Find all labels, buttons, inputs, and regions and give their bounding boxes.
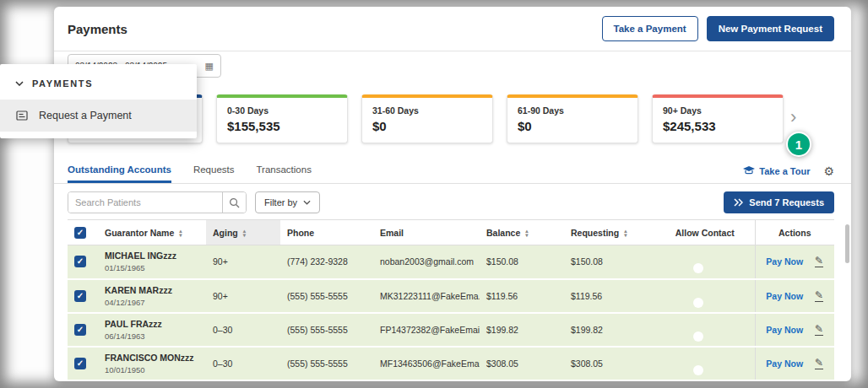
- aging-card-90-plus[interactable]: 90+ Days $245,533: [652, 94, 784, 143]
- header-divider: [54, 51, 851, 51]
- row-checkbox[interactable]: [74, 358, 86, 369]
- phone-value: (555) 555-5555: [280, 347, 373, 380]
- header-actions: Take a Payment New Payment Request: [602, 16, 834, 41]
- accounts-table: Guarantor Name▴▾ Aging▴▾ Phone Email Bal…: [68, 219, 834, 381]
- table-row: MICHAEL INGzzz01/15/1965 90+ (774) 232-9…: [68, 245, 834, 279]
- tabs-row: Outstanding Accounts Requests Transactio…: [54, 159, 851, 184]
- payments-menu-title: PAYMENTS: [32, 78, 93, 89]
- requesting-value: $150.08: [564, 245, 655, 279]
- send-requests-label: Send 7 Requests: [749, 197, 824, 207]
- phone-value: (555) 555-5555: [280, 313, 373, 347]
- aging-card-61-90[interactable]: 61-90 Days $0: [507, 94, 638, 143]
- row-checkbox[interactable]: [74, 324, 86, 336]
- aging-card-amount: $245,533: [663, 119, 773, 133]
- table-row: KAREN MARzzz04/12/1967 90+ (555) 555-555…: [68, 279, 834, 313]
- guarantor-dob: 06/14/1963: [105, 331, 199, 341]
- cards-next-chevron-icon[interactable]: ›: [790, 108, 796, 127]
- tab-transactions[interactable]: Transactions: [256, 159, 311, 183]
- payments-menu-header[interactable]: PAYMENTS: [0, 64, 197, 100]
- tabs: Outstanding Accounts Requests Transactio…: [68, 159, 312, 183]
- col-actions: Actions: [778, 228, 811, 238]
- guarantor-name: KAREN MARzzz: [105, 285, 199, 295]
- search-input[interactable]: [68, 192, 222, 213]
- aging-card-label: 31-60 Days: [372, 105, 482, 116]
- menu-item-label: Request a Payment: [39, 110, 132, 121]
- chevron-down-icon: [303, 200, 311, 205]
- edit-pencil-icon[interactable]: ✎: [815, 358, 823, 369]
- col-email: Email: [380, 228, 404, 238]
- pay-now-link[interactable]: Pay Now: [766, 325, 803, 335]
- aging-card-0-30[interactable]: 0-30 Days $155,535: [216, 94, 348, 143]
- table-row: FRANCISCO MONzzz10/01/1950 0–30 (555) 55…: [68, 347, 834, 380]
- edit-pencil-icon[interactable]: ✎: [815, 290, 823, 302]
- panel-header: Payments Take a Payment New Payment Requ…: [68, 7, 834, 51]
- step-badge: 1: [786, 132, 811, 157]
- edit-pencil-icon[interactable]: ✎: [815, 324, 823, 336]
- guarantor-dob: 10/01/1950: [105, 365, 199, 375]
- email-value: FP14372382@FakeEmail...: [373, 313, 480, 347]
- take-a-payment-button[interactable]: Take a Payment: [602, 16, 698, 41]
- aging-card-label: 90+ Days: [663, 105, 773, 116]
- aging-value: 90+: [206, 279, 280, 313]
- scrollbar-thumb[interactable]: [845, 224, 849, 263]
- row-checkbox[interactable]: [74, 256, 86, 267]
- aging-value: 0–30: [206, 347, 280, 380]
- balance-value: $199.82: [480, 313, 564, 347]
- menu-item-request-a-payment[interactable]: Request a Payment: [0, 100, 197, 132]
- col-aging: Aging: [213, 228, 238, 238]
- aging-card-amount: $0: [372, 119, 482, 133]
- request-payment-icon: [15, 109, 29, 122]
- tour-cap-icon: [743, 166, 755, 175]
- search-icon[interactable]: [222, 192, 246, 213]
- guarantor-name: PAUL FRAzzz: [105, 319, 199, 329]
- requesting-value: $308.05: [564, 347, 655, 380]
- pay-now-link[interactable]: Pay Now: [766, 358, 803, 369]
- guarantor-dob: 01/15/1965: [105, 263, 199, 272]
- payments-menu-popover: PAYMENTS Request a Payment: [0, 64, 197, 138]
- chevron-down-icon: [15, 81, 24, 86]
- phone-value: (555) 555-5555: [280, 279, 373, 313]
- aging-card-label: 61-90 Days: [518, 105, 627, 116]
- sort-icon[interactable]: ▴▾: [179, 229, 182, 237]
- settings-gear-icon[interactable]: ⚙: [823, 165, 834, 177]
- calendar-icon: ▦: [205, 61, 214, 72]
- row-checkbox[interactable]: [74, 290, 86, 302]
- guarantor-dob: 04/12/1967: [105, 298, 199, 307]
- tab-outstanding-accounts[interactable]: Outstanding Accounts: [68, 159, 171, 183]
- new-payment-request-button[interactable]: New Payment Request: [707, 16, 834, 41]
- send-requests-button[interactable]: Send 7 Requests: [724, 191, 834, 213]
- take-a-tour-label: Take a Tour: [759, 166, 810, 176]
- sort-icon[interactable]: ▴▾: [525, 229, 528, 237]
- aging-card-amount: $155,535: [227, 119, 337, 133]
- filter-by-button[interactable]: Filter by: [255, 191, 320, 213]
- tab-requests[interactable]: Requests: [193, 159, 235, 183]
- sort-icon[interactable]: ▴▾: [243, 229, 246, 237]
- col-phone: Phone: [287, 228, 314, 238]
- send-icon: [734, 198, 743, 207]
- email-value: MK31223111@FakeEma...: [373, 279, 480, 313]
- select-all-checkbox[interactable]: [74, 227, 86, 239]
- col-requesting: Requesting: [571, 228, 619, 238]
- aging-card-label: 0-30 Days: [227, 105, 337, 116]
- aging-value: 90+: [206, 245, 280, 279]
- balance-value: $119.56: [480, 279, 564, 313]
- requesting-value: $199.82: [564, 313, 655, 347]
- col-balance: Balance: [486, 228, 520, 238]
- table-row: PAUL FRAzzz06/14/1963 0–30 (555) 555-555…: [68, 313, 834, 347]
- page-title: Payments: [68, 22, 127, 36]
- pay-now-link[interactable]: Pay Now: [766, 256, 803, 267]
- payments-panel: Payments Take a Payment New Payment Requ…: [54, 7, 851, 381]
- filter-by-label: Filter by: [264, 197, 297, 207]
- sort-icon[interactable]: ▴▾: [624, 229, 627, 237]
- email-value: noban2003@gmail.com: [373, 245, 480, 279]
- balance-value: $308.05: [480, 347, 564, 380]
- pay-now-link[interactable]: Pay Now: [766, 291, 803, 301]
- screen: Payments Take a Payment New Payment Requ…: [0, 0, 868, 388]
- phone-value: (774) 232-9328: [280, 245, 373, 279]
- balance-value: $150.08: [480, 245, 564, 279]
- aging-card-31-60[interactable]: 31-60 Days $0: [361, 94, 493, 143]
- edit-pencil-icon[interactable]: ✎: [815, 256, 823, 267]
- requesting-value: $119.56: [564, 279, 655, 313]
- email-value: MF13463506@FakeEmai...: [373, 347, 480, 380]
- take-a-tour-link[interactable]: Take a Tour: [743, 166, 810, 176]
